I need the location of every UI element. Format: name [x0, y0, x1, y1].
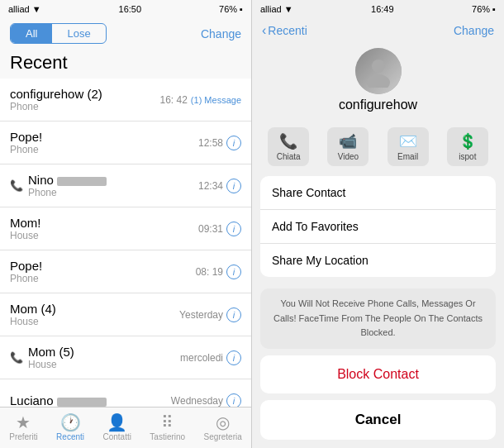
email-action-button[interactable]: ✉️ Email — [388, 127, 429, 166]
change-button-right[interactable]: Change — [454, 24, 494, 37]
battery-left: 76% ▪ — [219, 4, 243, 14]
info-icon[interactable]: i — [226, 350, 241, 365]
info-icon[interactable]: i — [226, 307, 241, 322]
info-icon[interactable]: i — [226, 136, 241, 150]
right-panel: alliad ▼ 16:49 76% ▪ ‹ Recenti Change co… — [252, 0, 504, 448]
contact-time: 16: 42 (1) Message — [159, 94, 241, 106]
filter-toggle: All Lose — [10, 23, 107, 44]
call-action-button[interactable]: 📞 Chiata — [268, 127, 309, 166]
list-item[interactable]: configurehow (2) Phone 16: 42 (1) Messag… — [0, 79, 251, 122]
contact-type: Phone — [10, 101, 159, 112]
tab-recenti-label: Recenti — [56, 432, 84, 441]
contact-name: Luciano — [10, 393, 171, 407]
contact-name: Nino — [28, 173, 198, 187]
svg-point-0 — [372, 60, 385, 73]
contact-time: Yesterday i — [179, 307, 241, 322]
share-location-item[interactable]: Share My Location — [260, 244, 496, 277]
list-item[interactable]: Luciano Wednesday i — [0, 379, 251, 407]
tab-contatti-label: Contatti — [102, 432, 131, 441]
change-button-left[interactable]: Change — [201, 27, 241, 41]
menu-list: Share Contact Add To Favorites Share My … — [260, 176, 496, 277]
dollar-icon: 💲 — [459, 132, 477, 150]
avatar-placeholder — [355, 48, 402, 94]
carrier-right: alliad ▼ — [260, 4, 293, 14]
list-item[interactable]: 📞 Mom (5) House mercoledi i — [0, 336, 251, 379]
email-icon: ✉️ — [399, 132, 417, 150]
tab-preferiti-label: Preferiti — [9, 432, 37, 441]
contact-name: Mom (4) — [10, 302, 179, 316]
contact-name: Pope! — [10, 130, 198, 144]
contact-name: Mom (5) — [28, 345, 180, 359]
info-icon[interactable]: i — [226, 179, 241, 193]
contact-name: configurehow (2) — [10, 87, 159, 101]
contact-header-name: configurehow — [339, 98, 417, 112]
grid-icon: ⠿ — [161, 414, 174, 431]
contact-type: House — [10, 230, 198, 241]
modal-content: You Will Not Receive Phone Calls, Messag… — [252, 282, 504, 448]
action-buttons-row: 📞 Chiata 📹 Video ✉️ Email 💲 ispot — [252, 121, 504, 173]
share-contact-item[interactable]: Share Contact — [260, 176, 496, 210]
time-left: 16:50 — [119, 4, 142, 14]
modal-info-box: You Will Not Receive Phone Calls, Messag… — [260, 288, 496, 349]
email-label: Email — [397, 152, 418, 161]
tab-tastierino[interactable]: ⠿ Tastierino — [150, 414, 185, 441]
contact-type: House — [10, 316, 179, 327]
modal-cancel-button[interactable]: Cancel — [260, 400, 496, 440]
contact-name: Mom! — [10, 216, 198, 230]
time-right: 16:49 — [371, 4, 394, 14]
contact-time: 08: 19 i — [196, 265, 241, 279]
modal-block-button[interactable]: Block Contact — [260, 355, 496, 393]
tab-contatti[interactable]: 👤 Contatti — [102, 414, 131, 441]
add-favorites-item[interactable]: Add To Favorites — [260, 210, 496, 244]
list-item[interactable]: Mom (4) House Yesterday i — [0, 293, 251, 336]
svg-point-1 — [367, 74, 390, 88]
filter-all-button[interactable]: All — [11, 24, 52, 43]
star-icon: ★ — [16, 414, 31, 431]
person-icon: 👤 — [107, 414, 127, 431]
ispot-label: ispot — [459, 152, 476, 161]
tab-segreteria-label: Segreteria — [204, 432, 242, 441]
contacts-list: configurehow (2) Phone 16: 42 (1) Messag… — [0, 79, 251, 407]
call-icon: 📞 — [279, 132, 297, 150]
contact-time: mercoledi i — [180, 350, 241, 365]
status-bar-right: alliad ▼ 16:49 76% ▪ — [252, 0, 504, 18]
tab-bar: ★ Preferiti 🕐 Recenti 👤 Contatti ⠿ Tasti… — [0, 407, 251, 448]
section-title: Recent — [0, 49, 251, 79]
contact-header: configurehow — [252, 43, 504, 121]
back-label: Recenti — [268, 24, 307, 37]
phone-icon: 📞 — [10, 351, 21, 364]
info-icon[interactable]: i — [226, 393, 241, 407]
contact-type: Phone — [28, 187, 198, 198]
back-button[interactable]: ‹ Recenti — [262, 23, 307, 38]
voicemail-icon: ◎ — [216, 414, 230, 431]
video-action-button[interactable]: 📹 Video — [327, 127, 368, 166]
chevron-left-icon: ‹ — [262, 23, 266, 38]
ispot-action-button[interactable]: 💲 ispot — [447, 127, 488, 166]
battery-right: 76% ▪ — [472, 4, 496, 14]
contact-time: Wednesday i — [171, 393, 241, 407]
clock-icon: 🕐 — [60, 414, 81, 431]
contact-time: 12:34 i — [198, 179, 241, 193]
avatar — [355, 48, 402, 94]
status-bar-left: alliad ▼ 16:50 76% ▪ — [0, 0, 251, 18]
video-label: Video — [338, 152, 359, 161]
nav-bar-right: ‹ Recenti Change — [252, 18, 504, 43]
info-icon[interactable]: i — [226, 222, 241, 236]
contact-time: 12:58 i — [198, 136, 241, 150]
tab-preferiti[interactable]: ★ Preferiti — [9, 414, 37, 441]
carrier-left: alliad ▼ — [8, 4, 41, 14]
filter-lose-button[interactable]: Lose — [52, 24, 105, 43]
call-label: Chiata — [277, 152, 301, 161]
tab-segreteria[interactable]: ◎ Segreteria — [204, 414, 242, 441]
contact-type: House — [28, 359, 180, 370]
list-item[interactable]: Pope! Phone 12:58 i — [0, 122, 251, 164]
filter-bar: All Lose Change — [0, 18, 251, 49]
list-item[interactable]: Pope! Phone 08: 19 i — [0, 250, 251, 293]
info-icon[interactable]: i — [226, 265, 241, 279]
list-item[interactable]: 📞 Nino Phone 12:34 i — [0, 164, 251, 207]
tab-tastierino-label: Tastierino — [150, 432, 185, 441]
list-item[interactable]: Mom! House 09:31 i — [0, 207, 251, 250]
contact-type: Phone — [10, 273, 196, 284]
modal-overlay: You Will Not Receive Phone Calls, Messag… — [252, 282, 504, 448]
tab-recenti[interactable]: 🕐 Recenti — [56, 414, 84, 441]
